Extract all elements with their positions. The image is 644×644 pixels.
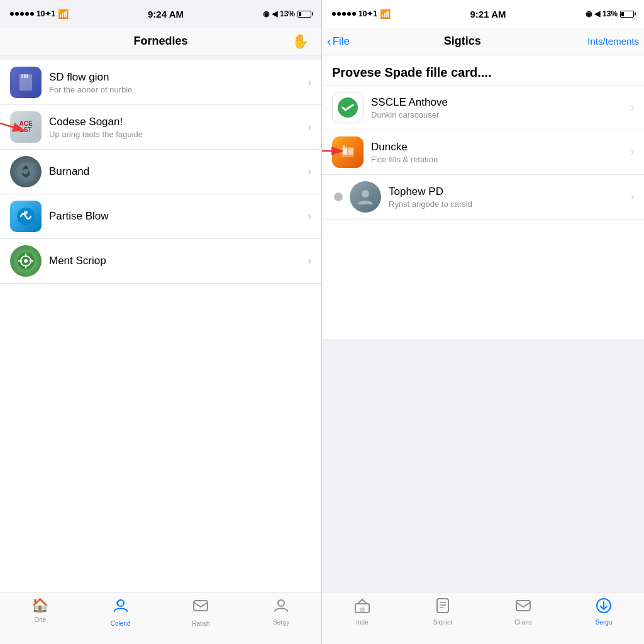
back-button[interactable]: ‹ File (327, 34, 350, 48)
app-icon-ment (10, 245, 42, 277)
tab-colend[interactable]: Colend (80, 597, 161, 627)
right-row-sub-sscle: Dunkin carsoouser (371, 110, 631, 119)
right-row-duncke[interactable]: Duncke Fice fills & retation › (322, 130, 644, 175)
left-nav-title: Fornedies (33, 35, 289, 48)
right-panel: 10✦1 📶 9:21 AM ◉ ◀ 13% ‹ File Sigtics In… (322, 0, 644, 644)
app-name-ment: Ment Scriop (49, 255, 308, 267)
left-time: 9:24 AM (148, 9, 184, 19)
tab-clians-icon (515, 597, 531, 616)
right-row-name-tophew: Tophew PD (389, 186, 631, 198)
app-row-sd-flow[interactable]: SD flow gion For the aoner of nurble › (0, 60, 321, 105)
right-status-right: ◉ ◀ 13% (586, 9, 634, 18)
right-row-name-sscle: SSCLE Anthove (371, 96, 631, 109)
chevron-ment: › (308, 255, 311, 267)
signal-dots (10, 12, 34, 16)
codese-row-wrapper: ACE LST Codese Sogan! Up aring taots the… (0, 105, 321, 150)
tab-one[interactable]: 🏠 One (0, 597, 80, 623)
app-row-ment[interactable]: Ment Scriop › (0, 239, 321, 284)
left-nav-bar: Fornedies ✋ (0, 28, 321, 55)
tab-siqniot[interactable]: Siqniot (402, 597, 483, 626)
svg-rect-26 (343, 145, 345, 148)
svg-rect-1 (21, 74, 23, 78)
app-subtitle-codese: Up aring taots the faguide (49, 130, 308, 139)
page-title: Provese Spade fille card.... (332, 65, 634, 80)
tab-inde-icon (354, 597, 370, 616)
battery-icon (297, 11, 311, 18)
app-name-partise: Partise Blow (49, 210, 308, 223)
chevron-partise: › (308, 211, 311, 222)
app-info-sd-flow: SD flow gion For the aoner of nurble (49, 71, 308, 94)
app-icon-partise (10, 201, 42, 232)
right-item-list: SSCLE Anthove Dunkin carsoouser › (322, 86, 644, 339)
dot-4 (25, 12, 29, 16)
app-icon-sscle (332, 92, 364, 123)
right-signal-icon: ◀ (594, 9, 600, 18)
tab-colend-icon (113, 597, 129, 618)
app-subtitle-sd-flow: For the aoner of nurble (49, 85, 308, 94)
right-carrier: 10✦1 (358, 9, 377, 18)
tab-sergu[interactable]: Sergu (564, 597, 644, 626)
chevron-duncke: › (631, 147, 634, 158)
svg-point-17 (118, 600, 124, 606)
right-row-tophew[interactable]: Tophew PD Rynst angode to carsid › (322, 175, 644, 219)
app-name-sd-flow: SD flow gion (49, 71, 308, 84)
tab-ratish[interactable]: Ratish (161, 597, 242, 627)
tab-clians-label: Clians (514, 619, 532, 626)
tab-inde[interactable]: Inde (322, 597, 402, 626)
svg-point-27 (362, 190, 369, 197)
chevron-sscle: › (631, 102, 634, 113)
right-location-icon: ◉ (586, 9, 592, 18)
hand-icon: ✋ (292, 33, 309, 50)
app-icon-duncke (332, 136, 364, 168)
chevron-burnand: › (308, 166, 311, 177)
right-empty-area (322, 339, 644, 592)
r-dot-5 (352, 12, 356, 16)
app-icon-tophew (350, 181, 381, 213)
svg-point-12 (24, 259, 28, 263)
app-row-codese[interactable]: ACE LST Codese Sogan! Up aring taots the… (0, 105, 321, 150)
hand-button[interactable]: ✋ (289, 30, 311, 53)
wifi-icon: 📶 (58, 9, 69, 19)
svg-rect-18 (194, 601, 208, 611)
tab-ratish-label: Ratish (192, 620, 209, 627)
signal-icon: ◀ (272, 9, 277, 18)
tab-colend-label: Colend (111, 620, 131, 627)
r-dot-1 (332, 12, 336, 16)
svg-rect-29 (360, 608, 365, 613)
left-status-bar: 10✦1 📶 9:24 AM ◉ ◀ 13% (0, 0, 321, 28)
tophew-gray-dot-container (332, 191, 345, 203)
tab-sergy-left[interactable]: Sergy (241, 597, 321, 626)
tab-clians[interactable]: Clians (483, 597, 564, 626)
tab-ratish-icon (192, 597, 209, 618)
svg-rect-24 (343, 148, 347, 155)
svg-rect-3 (26, 74, 28, 78)
left-status-right: ◉ ◀ 13% (263, 9, 311, 18)
right-status-bar: 10✦1 📶 9:21 AM ◉ ◀ 13% (322, 0, 644, 28)
left-carrier: 10✦1 (36, 9, 55, 18)
app-icon-burnand (10, 156, 42, 187)
right-row-info-duncke: Duncke Fice fills & retation (371, 141, 631, 164)
svg-point-19 (278, 600, 284, 606)
svg-rect-2 (24, 74, 26, 78)
svg-rect-25 (348, 148, 353, 155)
dot-2 (15, 12, 19, 16)
app-icon-sd-flow (10, 67, 42, 98)
right-nav-link[interactable]: Ints/tements (587, 36, 639, 47)
left-status-left: 10✦1 📶 (10, 9, 69, 19)
right-battery-fill (621, 12, 624, 16)
codese-icon-text2: LST (20, 127, 32, 133)
location-icon: ◉ (263, 9, 269, 18)
dot-3 (20, 12, 24, 16)
tab-sergu-icon (596, 597, 612, 616)
back-label: File (333, 35, 350, 48)
right-tab-bar: Inde Siqniot Clians (322, 592, 644, 644)
right-status-left: 10✦1 📶 (332, 9, 391, 19)
right-signal-dots (332, 12, 356, 16)
section-divider (0, 55, 321, 60)
app-row-burnand[interactable]: Burnand › (0, 150, 321, 194)
app-row-partise[interactable]: Partise Blow › (0, 194, 321, 239)
app-icon-codese: ACE LST (10, 111, 42, 143)
right-nav-bar: ‹ File Sigtics Ints/tements (322, 28, 644, 55)
right-row-sscle[interactable]: SSCLE Anthove Dunkin carsoouser › (322, 86, 644, 130)
tab-sergy-icon (273, 597, 289, 616)
